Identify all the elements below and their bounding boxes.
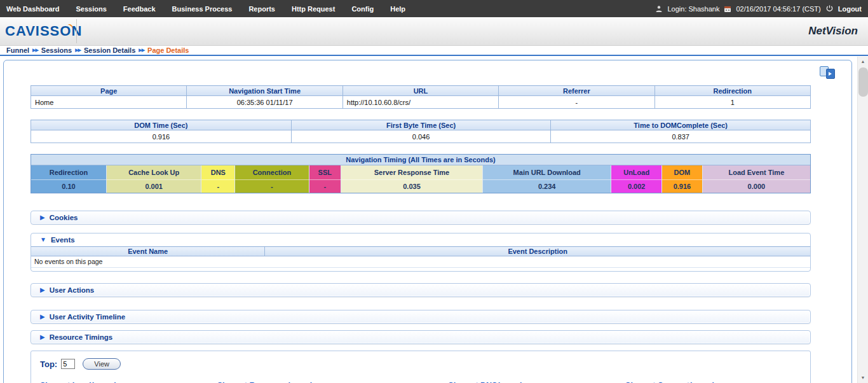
segment-label: Connection <box>235 165 308 179</box>
nav-http-request[interactable]: Http Request <box>292 5 335 13</box>
login-label: Login: Shashank <box>667 5 719 13</box>
url-cell: http://10.10.60.8/crs/ <box>342 96 498 109</box>
section-events-label: Events <box>51 236 75 244</box>
breadcrumb-separator-icon: ▶▶ <box>139 48 144 53</box>
segment-label: Server Response Time <box>341 165 482 179</box>
segment-server-response-time: Server Response Time 0.035 <box>341 165 483 193</box>
section-user-activity-timeline[interactable]: ▶ User Activity Timeline <box>31 310 811 324</box>
top-n-controls: Top: View <box>40 358 810 370</box>
product-name: NetVision <box>808 25 858 38</box>
expand-icon: ▶ <box>40 287 45 293</box>
section-resource-timings-label: Resource Timings <box>50 333 113 341</box>
segment-value: 0.10 <box>31 179 106 193</box>
segment-label: SSL <box>309 165 341 179</box>
page-info-table: Page Navigation Start Time URL Referrer … <box>31 85 811 109</box>
section-cookies-label: Cookies <box>50 214 78 221</box>
collapse-icon: ▼ <box>40 237 46 243</box>
timing-header: Time to DOMComplete (Sec) <box>551 120 811 130</box>
nav-web-dashboard[interactable]: Web Dashboard <box>6 5 60 13</box>
section-events-header[interactable]: ▼ Events <box>31 233 810 246</box>
segment-label: Cache Look Up <box>107 165 201 179</box>
page-info-row: Home 06:35:36 01/11/17 http://10.10.60.8… <box>31 96 811 109</box>
section-user-activity-timeline-label: User Activity Timeline <box>50 313 126 321</box>
export-report-icon[interactable] <box>820 66 835 79</box>
datetime-label: 02/16/2017 04:56:17 (CST) <box>736 5 820 13</box>
view-button[interactable]: View <box>83 358 121 370</box>
nav-feedback[interactable]: Feedback <box>123 5 156 13</box>
breadcrumb-session-details[interactable]: Session Details <box>84 46 135 54</box>
segment-unload: UnLoad 0.002 <box>611 165 662 193</box>
breadcrumb-funnel[interactable]: Funnel <box>6 46 29 54</box>
scroll-down-button[interactable]: ▼ <box>858 373 868 383</box>
timing-header: First Byte Time (Sec) <box>291 120 551 130</box>
navigation-timing-segments: Redirection 0.10 Cache Look Up 0.001 DNS… <box>31 165 810 193</box>
power-icon[interactable] <box>825 4 834 13</box>
navigation-timing-title: Navigation Timing (All Times are in Seco… <box>31 155 810 165</box>
events-header-name: Event Name <box>31 247 265 256</box>
segment-main-url-download: Main URL Download 0.234 <box>483 165 611 193</box>
top-navigation: Web Dashboard Sessions Feedback Business… <box>0 0 868 17</box>
referrer-cell: - <box>499 96 654 109</box>
segment-dns: DNS - <box>201 165 235 193</box>
header-divider <box>76 19 77 43</box>
section-cookies[interactable]: ▶ Cookies <box>31 211 811 225</box>
nav-help[interactable]: Help <box>390 5 405 13</box>
events-empty-message: No events on this page <box>31 256 810 268</box>
breadcrumb-page-details: Page Details <box>147 46 189 54</box>
session-info: Login: Shashank 02/16/2017 04:56:17 (CST… <box>655 4 862 13</box>
section-user-actions[interactable]: ▶ User Actions <box>31 283 811 297</box>
segment-ssl: SSL - <box>309 165 341 193</box>
nav-reports[interactable]: Reports <box>248 5 275 13</box>
breadcrumb-sessions[interactable]: Sessions <box>41 46 72 54</box>
nav-sessions[interactable]: Sessions <box>76 5 107 13</box>
logout-button[interactable]: Logout <box>838 5 862 13</box>
top-n-input[interactable] <box>61 359 75 369</box>
segment-value: 0.916 <box>662 179 702 193</box>
segment-redirection: Redirection 0.10 <box>31 165 107 193</box>
resource-timings-content: Top: View Slowest Load(msec) Slowest Res… <box>31 351 811 383</box>
expand-icon: ▶ <box>40 334 45 340</box>
page-info-header: URL <box>342 86 498 96</box>
main-menu: Web Dashboard Sessions Feedback Business… <box>6 5 405 13</box>
navigation-timing-chart: Navigation Timing (All Times are in Seco… <box>31 154 811 193</box>
segment-label: DOM <box>662 165 702 179</box>
nav-config[interactable]: Config <box>351 5 374 13</box>
segment-label: Main URL Download <box>483 165 611 179</box>
section-user-actions-label: User Actions <box>50 286 95 294</box>
page-info-header: Navigation Start Time <box>187 86 342 96</box>
vertical-scrollbar[interactable]: ▲ ▼ <box>857 57 868 383</box>
page-details-panel: Page Navigation Start Time URL Referrer … <box>3 60 852 383</box>
logo-text-pre: CAVISS <box>5 23 60 39</box>
export-page-front <box>826 69 835 79</box>
events-header-description: Event Description <box>265 247 810 256</box>
page-info-header: Page <box>31 86 187 96</box>
events-table: Event Name Event Description <box>31 246 810 256</box>
segment-cache-lookup: Cache Look Up 0.001 <box>107 165 202 193</box>
segment-load-event-time: Load Event Time 0.000 <box>703 165 810 193</box>
segment-value: - <box>201 179 234 193</box>
scrollbar-thumb[interactable] <box>858 67 868 97</box>
segment-connection: Connection - <box>235 165 309 193</box>
nav-business-process[interactable]: Business Process <box>172 5 233 13</box>
dom-complete-time-cell: 0.837 <box>551 130 811 143</box>
first-byte-time-cell: 0.046 <box>291 130 551 143</box>
segment-label: DNS <box>201 165 234 179</box>
segment-value: - <box>235 179 308 193</box>
timing-header: DOM Time (Sec) <box>31 120 292 130</box>
segment-value: 0.035 <box>341 179 482 193</box>
scroll-up-button[interactable]: ▲ <box>858 57 868 67</box>
page-name-cell: Home <box>31 96 187 109</box>
segment-label: UnLoad <box>611 165 661 179</box>
section-resource-timings[interactable]: ▶ Resource Timings <box>31 330 811 344</box>
segment-value: - <box>309 179 341 193</box>
expand-icon: ▶ <box>40 314 45 320</box>
page-info-header: Redirection <box>654 86 810 96</box>
segment-value: 0.002 <box>611 179 661 193</box>
timing-row: 0.916 0.046 0.837 <box>31 130 811 143</box>
calendar-icon <box>724 5 731 13</box>
segment-value: 0.000 <box>703 179 810 193</box>
page-timing-table: DOM Time (Sec) First Byte Time (Sec) Tim… <box>31 120 811 143</box>
breadcrumb-separator-icon: ▶▶ <box>32 48 38 53</box>
brand-header: CAVISSON NetVision <box>0 17 868 46</box>
redirection-cell: 1 <box>654 96 810 109</box>
